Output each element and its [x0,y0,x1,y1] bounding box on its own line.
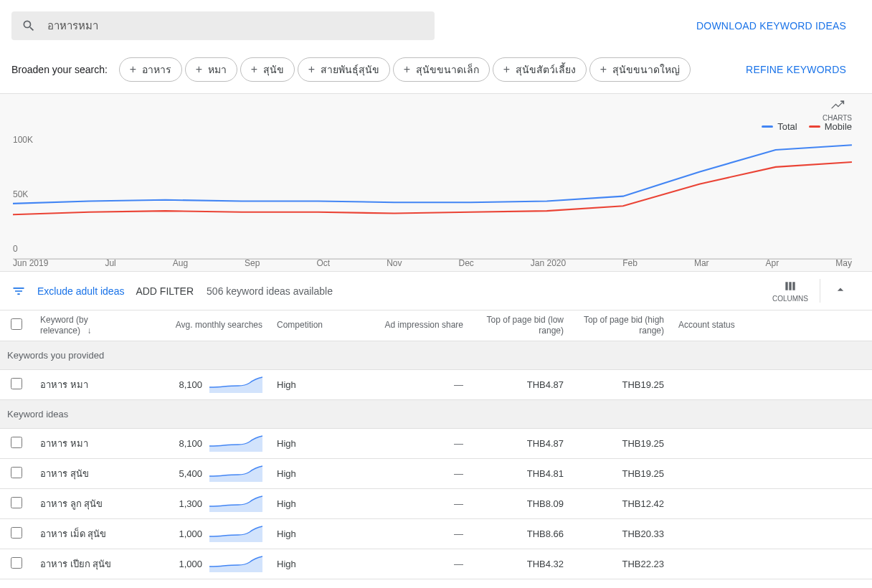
row-checkbox[interactable] [11,557,22,569]
broaden-chip[interactable]: +สุนัขสัตว์เลี้ยง [493,57,587,82]
cell-keyword: อาหาร หมา [33,369,133,399]
cell-competition: High [270,488,370,518]
cell-keyword: อาหาร สุนัข [33,458,133,488]
sparkline [209,435,262,452]
sort-down-icon: ↓ [87,326,91,336]
sparkline [209,525,262,542]
chip-label: สายพันธุ์สุนัข [321,62,379,77]
keyword-table: Keyword (by relevance) ↓ Avg. monthly se… [0,310,872,579]
col-account-status[interactable]: Account status [671,310,872,341]
cell-avg: 8,100 [133,369,270,399]
row-checkbox[interactable] [11,467,22,478]
broaden-chip[interactable]: +สุนัขขนาดเล็ก [393,57,490,82]
row-checkbox[interactable] [11,497,22,508]
chip-label: อาหาร [142,62,171,77]
select-all-checkbox[interactable] [11,318,22,330]
row-checkbox[interactable] [11,378,22,389]
x-tick: Apr [766,258,779,268]
cell-account [671,488,872,518]
cell-ad-share: — [370,488,470,518]
cell-ad-share: — [370,518,470,549]
broaden-chip[interactable]: +สุนัขขนาดใหญ่ [589,57,691,82]
sparkline [209,376,262,393]
plus-icon: + [600,64,607,75]
broaden-chip[interactable]: +สายพันธุ์สุนัข [298,57,390,82]
table-row: อาหาร ลูก สุนัข1,300High—THB8.09THB12.42 [0,488,872,518]
trend-chart: CHARTS Total Mobile 100K 50K 0 Jun 2019J… [0,94,872,272]
col-bid-high[interactable]: Top of page bid (high range) [571,310,671,341]
chip-label: สุนัขขนาดใหญ่ [612,62,680,77]
chip-label: สุนัขสัตว์เลี้ยง [516,62,576,77]
chip-label: สุนัขขนาดเล็ก [416,62,479,77]
table-row: อาหาร หมา8,100High—THB4.87THB19.25 [0,428,872,458]
cell-competition: High [270,549,370,579]
plus-icon: + [404,64,410,75]
download-keyword-ideas-link[interactable]: DOWNLOAD KEYWORD IDEAS [696,20,846,32]
sparkline [209,495,262,512]
col-keyword[interactable]: Keyword (by relevance) ↓ [33,310,133,341]
search-input[interactable] [47,20,425,32]
col-ad-share[interactable]: Ad impression share [370,310,470,341]
x-tick: Dec [458,258,473,268]
broaden-label: Broaden your search: [11,64,108,75]
cell-keyword: อาหาร เปียก สุนัข [33,549,133,579]
cell-competition: High [270,428,370,458]
cell-bid-high: THB12.42 [571,488,671,518]
cell-account [671,428,872,458]
x-tick: Mar [694,258,709,268]
exclude-adult-ideas-link[interactable]: Exclude adult ideas [37,285,124,297]
cell-account [671,458,872,488]
cell-ad-share: — [370,458,470,488]
refine-keywords-link[interactable]: REFINE KEYWORDS [746,64,846,75]
ideas-count-label: 506 keyword ideas available [207,285,333,297]
cell-competition: High [270,458,370,488]
cell-avg: 1,300 [133,488,270,518]
sparkline [209,555,262,572]
chart-x-axis: Jun 2019JulAugSepOctNovDecJan 2020FebMar… [13,258,852,268]
x-tick: May [835,258,852,268]
col-bid-low[interactable]: Top of page bid (low range) [470,310,571,341]
table-row: อาหาร เปียก สุนัข1,000High—THB4.32THB22.… [0,549,872,579]
x-tick: Nov [387,258,402,268]
cell-avg: 5,400 [133,458,270,488]
col-avg-searches[interactable]: Avg. monthly searches [133,310,270,341]
row-checkbox[interactable] [11,527,22,539]
cell-bid-low: THB8.09 [470,488,571,518]
cell-bid-low: THB8.66 [470,518,571,549]
cell-ad-share: — [370,428,470,458]
cell-bid-low: THB4.87 [470,428,571,458]
filter-icon[interactable] [11,284,26,298]
plus-icon: + [130,64,136,75]
add-filter-button[interactable]: ADD FILTER [136,285,194,297]
x-tick: Feb [622,258,638,268]
cell-bid-high: THB19.25 [571,458,671,488]
cell-ad-share: — [370,369,470,399]
cell-account [671,369,872,399]
cell-account [671,549,872,579]
cell-bid-low: THB4.32 [470,549,571,579]
charts-button[interactable]: CHARTS [823,98,852,122]
broaden-chip[interactable]: +สุนัข [240,57,295,82]
broaden-chip[interactable]: +หมา [185,57,237,82]
section-header: Keywords you provided [0,341,872,369]
cell-avg: 1,000 [133,518,270,549]
x-tick: Aug [173,258,188,268]
cell-bid-high: THB19.25 [571,428,671,458]
plus-icon: + [196,64,202,75]
search-box[interactable] [11,11,435,40]
cell-keyword: อาหาร หมา [33,428,133,458]
broaden-chip[interactable]: +อาหาร [119,57,182,82]
col-competition[interactable]: Competition [270,310,370,341]
chevron-up-icon [833,283,848,297]
cell-bid-low: THB4.81 [470,458,571,488]
cell-ad-share: — [370,549,470,579]
columns-icon [783,279,797,293]
collapse-button[interactable] [820,283,861,299]
x-tick: Oct [316,258,330,268]
x-tick: Jun 2019 [13,258,48,268]
plus-icon: + [308,64,315,75]
row-checkbox[interactable] [11,437,22,448]
table-row: อาหาร สุนัข5,400High—THB4.81THB19.25 [0,458,872,488]
chart-line-icon [830,98,845,113]
columns-button[interactable]: COLUMNS [761,279,820,303]
